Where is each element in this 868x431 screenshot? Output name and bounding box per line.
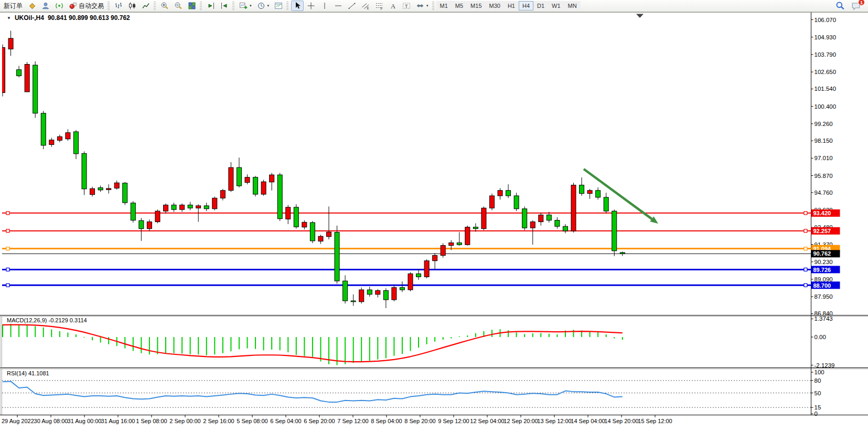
candle-body bbox=[449, 243, 454, 245]
bar-chart-button[interactable] bbox=[112, 1, 125, 11]
line-handle[interactable] bbox=[804, 229, 807, 233]
timeframe-button-h4[interactable]: H4 bbox=[519, 1, 533, 10]
timeframe-button-mn[interactable]: MN bbox=[564, 1, 581, 10]
line-handle[interactable] bbox=[6, 212, 9, 215]
horizontal-line-button[interactable] bbox=[332, 1, 345, 11]
crosshair-button[interactable] bbox=[305, 1, 317, 11]
timeframe-button-d1[interactable]: D1 bbox=[533, 1, 548, 10]
auto-trading-button[interactable]: 自动交易 bbox=[67, 1, 106, 11]
line-handle[interactable] bbox=[804, 212, 807, 215]
price-axis-label: 95.870 bbox=[815, 173, 833, 179]
order-gem-button[interactable] bbox=[26, 1, 38, 11]
signals-button[interactable] bbox=[53, 1, 66, 11]
rsi-axis-label: 0 bbox=[815, 411, 818, 417]
dropdown-arrow-icon[interactable]: ▾ bbox=[426, 4, 428, 8]
line-handle[interactable] bbox=[6, 268, 9, 271]
trendline-button[interactable] bbox=[346, 1, 358, 11]
macd-indicator-label: MACD(12,26,9) -0.2129 0.3114 bbox=[7, 317, 87, 323]
trendline-icon bbox=[348, 2, 356, 10]
candle-body bbox=[204, 206, 209, 209]
search-icon[interactable] bbox=[835, 1, 845, 10]
auto-scroll-icon bbox=[207, 2, 215, 10]
timeframe-button-h1[interactable]: H1 bbox=[504, 1, 519, 10]
tile-windows-button[interactable] bbox=[186, 1, 198, 11]
svg-text:F: F bbox=[381, 7, 383, 10]
auto-scroll-button[interactable] bbox=[205, 1, 217, 11]
candlestick-icon bbox=[128, 2, 136, 10]
line-handle[interactable] bbox=[804, 283, 807, 287]
chart-shift-marker[interactable] bbox=[636, 14, 644, 18]
candle-body bbox=[481, 208, 486, 228]
arrows-button[interactable]: ▾ bbox=[414, 1, 431, 11]
candle-body bbox=[546, 215, 551, 220]
rsi-line bbox=[3, 381, 623, 402]
candle-body bbox=[571, 185, 576, 231]
macd-axis-label: -2.1239 bbox=[815, 362, 835, 369]
time-axis: 29 Aug 202230 Aug 08:0031 Aug 00:0031 Au… bbox=[2, 415, 672, 424]
line-chart-button[interactable] bbox=[140, 1, 152, 11]
vertical-line-button[interactable] bbox=[318, 1, 331, 11]
toolbar-separator bbox=[154, 2, 156, 10]
candle-body bbox=[596, 191, 601, 197]
timeframe-button-m30[interactable]: M30 bbox=[486, 1, 504, 10]
dropdown-arrow-icon[interactable]: ▾ bbox=[267, 4, 270, 8]
candle-body bbox=[383, 291, 388, 300]
zoom-in-icon bbox=[160, 2, 169, 10]
timeframe-button-w1[interactable]: W1 bbox=[548, 1, 564, 10]
svg-text:90.762: 90.762 bbox=[813, 250, 831, 257]
candle-body bbox=[114, 183, 119, 188]
time-axis-label: 8 Sep 04:00 bbox=[371, 418, 402, 424]
market-watch-button[interactable] bbox=[39, 1, 52, 11]
candle-body bbox=[220, 191, 225, 198]
candle-body bbox=[90, 188, 95, 194]
price-tag-93.420: 93.420 bbox=[811, 209, 840, 217]
mt4-application: 新订单自动交易▾▾EFAT▾M1M5M15M30H1H4D1W1MN 1 106… bbox=[0, 0, 868, 431]
svg-text:E: E bbox=[367, 6, 370, 10]
candlestick-series bbox=[1, 30, 625, 308]
text-label-button[interactable]: T bbox=[400, 1, 413, 11]
line-handle[interactable] bbox=[804, 268, 807, 271]
auto-trading-button-label: 自动交易 bbox=[79, 2, 104, 10]
macd-axis-label: 1.3743 bbox=[815, 316, 833, 322]
time-axis-label: 7 Sep 12:00 bbox=[337, 418, 368, 424]
line-handle[interactable] bbox=[804, 247, 807, 250]
price-axis-label: 89.090 bbox=[815, 276, 833, 282]
cursor-button[interactable] bbox=[291, 1, 304, 11]
price-axis-label: 99.260 bbox=[815, 121, 833, 127]
candle-body bbox=[286, 207, 291, 219]
new-chart-button[interactable]: ▾ bbox=[237, 1, 254, 11]
trend-arrow[interactable] bbox=[584, 169, 658, 224]
timeframe-button-m15[interactable]: M15 bbox=[467, 1, 485, 10]
time-axis-label: 2 Sep 16:00 bbox=[203, 418, 234, 424]
time-axis-label: 6 Sep 04:00 bbox=[270, 418, 301, 424]
timeframe-button-m5[interactable]: M5 bbox=[452, 1, 467, 10]
candle-body bbox=[367, 290, 372, 295]
candle-body bbox=[147, 222, 152, 228]
indicator-window-button[interactable] bbox=[272, 1, 285, 11]
candle-body bbox=[359, 290, 364, 302]
periods-button[interactable]: ▾ bbox=[255, 1, 272, 11]
dropdown-arrow-icon[interactable]: ▾ bbox=[250, 4, 252, 8]
candle-body bbox=[172, 205, 176, 209]
line-handle[interactable] bbox=[6, 247, 9, 250]
line-handle[interactable] bbox=[6, 283, 9, 287]
zoom-out-button[interactable] bbox=[172, 1, 185, 11]
text-button[interactable]: A bbox=[387, 1, 399, 11]
equidistant-channel-button[interactable]: E bbox=[359, 1, 372, 11]
candlestick-chart-button[interactable] bbox=[126, 1, 138, 11]
fibonacci-button[interactable]: F bbox=[373, 1, 385, 11]
timeframe-button-m1[interactable]: M1 bbox=[436, 1, 452, 10]
horizontal-line-icon bbox=[334, 2, 342, 10]
new-order-button[interactable]: 新订单 bbox=[2, 1, 25, 11]
candle-body bbox=[563, 226, 567, 231]
chevron-down-icon[interactable]: ▼ bbox=[7, 16, 11, 20]
zoom-in-button[interactable] bbox=[158, 1, 171, 11]
time-axis-label: 9 Sep 12:00 bbox=[438, 418, 469, 424]
rsi-indicator-label: RSI(14) 41.1081 bbox=[7, 370, 49, 376]
chart-shift-button[interactable] bbox=[218, 1, 231, 11]
horizontal-line-objects[interactable] bbox=[2, 212, 811, 287]
price-axis-label: 100.400 bbox=[815, 103, 837, 110]
candle-body bbox=[612, 211, 617, 251]
chat-icon[interactable]: 1 bbox=[851, 1, 861, 10]
line-handle[interactable] bbox=[6, 229, 9, 233]
